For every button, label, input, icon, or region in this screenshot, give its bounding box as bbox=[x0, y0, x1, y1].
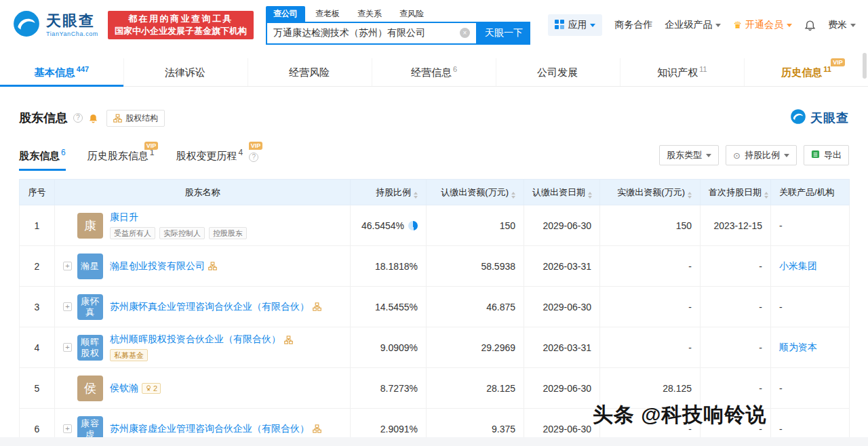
table-row: 4 + 顺晖股权 杭州顺晖股权投资合伙企业（有限合伙） 私募基金 bbox=[20, 327, 850, 368]
equity-structure-icon[interactable] bbox=[208, 262, 217, 270]
help-icon[interactable]: ? bbox=[73, 113, 83, 123]
search-area: 查公司 查老板 查关系 查风险 × 天眼一下 bbox=[266, 6, 530, 45]
shareholder-tag: 控股股东 bbox=[209, 227, 247, 239]
table-row: 3 + 康怀真 苏州康怀真企业管理咨询合伙企业（有限合伙） 14.5455% 4… bbox=[20, 287, 850, 327]
pie-chart-icon[interactable] bbox=[408, 221, 418, 230]
export-button[interactable]: 导出 bbox=[804, 145, 849, 165]
col-first-holding-date[interactable]: 首次持股日期 bbox=[701, 180, 771, 205]
shareholder-section-header: 股东信息 ? 股权结构 天眼查 bbox=[0, 108, 868, 127]
promo-banner: 都在用的商业查询工具 国家中小企业发展子基金旗下机构 bbox=[108, 11, 254, 39]
tab-intellectual-property[interactable]: 知识产权11 bbox=[620, 58, 744, 86]
tab-history-info[interactable]: 历史信息11VIP bbox=[744, 58, 868, 86]
shareholder-name-link[interactable]: 苏州康容虚企业管理咨询合伙企业（有限合伙） bbox=[110, 423, 309, 435]
apps-menu[interactable]: 应用 bbox=[548, 14, 602, 36]
shareholder-name-link[interactable]: 康日升 bbox=[110, 211, 138, 224]
user-account-menu[interactable]: 费米 bbox=[828, 19, 856, 31]
search-tab-relation[interactable]: 查关系 bbox=[350, 6, 389, 22]
apps-grid-icon bbox=[555, 20, 564, 31]
notifications-bell[interactable] bbox=[804, 20, 816, 31]
vip-badge: VIP bbox=[144, 142, 159, 150]
clear-search-icon[interactable]: × bbox=[460, 28, 470, 38]
expand-button[interactable]: + bbox=[63, 424, 72, 433]
tab-operating-info[interactable]: 经营信息6 bbox=[372, 58, 496, 86]
subscribe-bell-icon[interactable] bbox=[88, 113, 98, 123]
ratio-icon: ⊙ bbox=[733, 150, 741, 161]
expand-button[interactable]: + bbox=[63, 343, 72, 352]
export-icon bbox=[811, 150, 820, 161]
subtab-equity-change-history[interactable]: 股权变更历程4VIP ? bbox=[176, 148, 258, 171]
col-paid-capital[interactable]: 实缴出资额(万元) bbox=[600, 180, 701, 205]
sort-icon bbox=[588, 192, 592, 199]
search-tab-boss[interactable]: 查老板 bbox=[308, 6, 347, 22]
chevron-down-icon bbox=[715, 24, 721, 27]
help-icon[interactable]: ? bbox=[249, 153, 258, 162]
promo-line1: 都在用的商业查询工具 bbox=[115, 13, 247, 25]
tab-operating-risk[interactable]: 经营风险 bbox=[248, 58, 372, 86]
sort-icon bbox=[764, 192, 768, 199]
avatar: 瀚星 bbox=[77, 254, 103, 279]
chevron-down-icon bbox=[784, 154, 789, 157]
chevron-down-icon bbox=[850, 24, 856, 27]
expand-button[interactable]: + bbox=[63, 302, 72, 311]
open-vip-menu[interactable]: ♛ 开通会员 bbox=[733, 19, 792, 31]
subtab-history-shareholders[interactable]: 历史股东信息1VIP bbox=[87, 148, 155, 171]
search-input[interactable] bbox=[273, 28, 460, 39]
shareholder-name-link[interactable]: 杭州顺晖股权投资合伙企业（有限合伙） bbox=[110, 333, 281, 346]
tianyancha-logo-icon bbox=[790, 108, 806, 127]
brand-name: 天眼查 bbox=[46, 14, 98, 28]
watermark-text: 头条 @科技响铃说 bbox=[593, 401, 767, 429]
expand-button[interactable]: + bbox=[63, 262, 72, 270]
related-product-link[interactable]: 顺为资本 bbox=[779, 342, 817, 352]
related-product-link[interactable]: 小米集团 bbox=[779, 260, 817, 271]
shareholder-name-link[interactable]: 苏州康怀真企业管理咨询合伙企业（有限合伙） bbox=[110, 301, 309, 313]
tab-basic-info[interactable]: 基本信息447 bbox=[0, 58, 123, 86]
shareholder-subbar: 股东信息6 历史股东信息1VIP 股权变更历程4VIP ? 股东类型 ⊙ 持股比… bbox=[0, 145, 868, 171]
scrollbar[interactable] bbox=[863, 53, 867, 79]
avatar: 康 bbox=[77, 213, 103, 239]
table-header-row: 序号 股东名称 持股比例 认缴出资额(万元) 认缴出资日期 实缴出资额(万元) … bbox=[20, 180, 850, 205]
shareholder-name-link[interactable]: 侯钦瀚 bbox=[110, 382, 138, 394]
shareholder-subtabs: 股东信息6 历史股东信息1VIP 股权变更历程4VIP ? bbox=[19, 148, 258, 171]
chevron-down-icon bbox=[590, 24, 595, 27]
private-fund-tag: 私募基金 bbox=[110, 349, 148, 361]
tianyancha-logo[interactable]: 天眼查 TianYanCha.com bbox=[12, 9, 98, 41]
tianyancha-logo-icon bbox=[12, 9, 41, 41]
table-controls: 股东类型 ⊙ 持股比例 导出 bbox=[659, 145, 849, 171]
shareholder-tag: 受益所有人 bbox=[110, 227, 155, 239]
search-tabs: 查公司 查老板 查关系 查风险 bbox=[266, 6, 530, 22]
equity-structure-button[interactable]: 股权结构 bbox=[106, 110, 165, 127]
shareholder-type-filter[interactable]: 股东类型 bbox=[659, 145, 719, 165]
section-brand-logo: 天眼查 bbox=[790, 108, 849, 127]
col-subscribed-capital[interactable]: 认缴出资额(万元) bbox=[427, 180, 524, 205]
equity-structure-icon[interactable] bbox=[284, 336, 293, 344]
related-product: - bbox=[779, 302, 783, 312]
table-row: 2 + 瀚星 瀚星创业投资有限公司 18.1818% 58.5938 2026-… bbox=[20, 246, 850, 287]
sort-icon bbox=[511, 192, 515, 199]
tab-legal-proceedings[interactable]: 法律诉讼 bbox=[123, 58, 248, 86]
shareholder-name-link[interactable]: 瀚星创业投资有限公司 bbox=[110, 260, 205, 272]
related-product: - bbox=[779, 424, 783, 434]
chevron-down-icon bbox=[706, 154, 711, 157]
equity-structure-icon bbox=[113, 114, 122, 123]
equity-structure-icon[interactable] bbox=[313, 302, 321, 311]
col-subscribed-date[interactable]: 认缴出资日期 bbox=[524, 180, 600, 205]
business-cooperation-link[interactable]: 商务合作 bbox=[614, 19, 652, 31]
col-holding-ratio[interactable]: 持股比例 bbox=[351, 180, 427, 205]
user-name: 费米 bbox=[828, 19, 847, 31]
search-tab-risk[interactable]: 查风险 bbox=[392, 6, 431, 22]
equity-structure-icon[interactable] bbox=[313, 424, 321, 433]
search-button[interactable]: 天眼一下 bbox=[477, 22, 530, 45]
avatar: 侯 bbox=[77, 376, 103, 401]
search-tab-company[interactable]: 查公司 bbox=[266, 6, 305, 22]
chevron-down-icon bbox=[787, 24, 792, 27]
medal-badge[interactable]: 2 bbox=[142, 383, 161, 394]
subtab-shareholders[interactable]: 股东信息6 bbox=[19, 148, 66, 171]
bottom-strip bbox=[0, 437, 868, 446]
enterprise-products-menu[interactable]: 企业级产品 bbox=[665, 19, 721, 31]
sort-icon bbox=[414, 192, 418, 199]
sort-icon bbox=[688, 192, 692, 199]
shareholder-tag: 实际控制人 bbox=[159, 227, 205, 239]
tab-company-development[interactable]: 公司发展 bbox=[496, 58, 620, 86]
table-row: 1 + 康 康日升 受益所有人 实际控制人 控股股东 46.5454% bbox=[20, 205, 850, 246]
holding-ratio-filter[interactable]: ⊙ 持股比例 bbox=[726, 145, 797, 165]
